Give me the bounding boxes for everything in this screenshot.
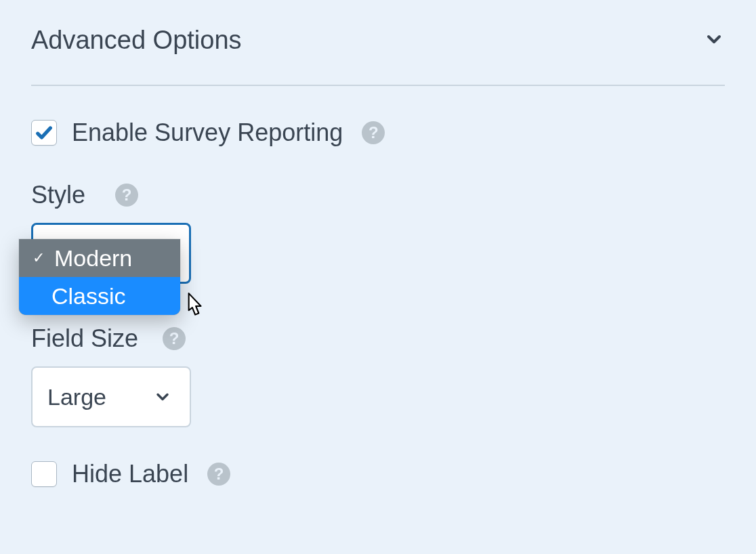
style-option-modern[interactable]: ✓ Modern bbox=[19, 239, 180, 277]
style-option-label: Classic bbox=[51, 283, 126, 310]
help-icon[interactable]: ? bbox=[207, 463, 230, 486]
enable-survey-reporting-label: Enable Survey Reporting bbox=[72, 119, 343, 147]
field-size-label-row: Field Size ? bbox=[31, 324, 725, 353]
section-header[interactable]: Advanced Options bbox=[31, 11, 725, 86]
style-label: Style bbox=[31, 181, 85, 209]
chevron-down-icon[interactable] bbox=[703, 28, 725, 53]
help-icon[interactable]: ? bbox=[115, 184, 138, 207]
enable-survey-reporting-checkbox[interactable] bbox=[31, 120, 57, 146]
style-option-classic[interactable]: Classic bbox=[19, 277, 180, 315]
hide-label-text: Hide Label bbox=[72, 460, 188, 488]
style-select-container: ✓ Modern Classic bbox=[31, 223, 725, 284]
checkmark-icon: ✓ bbox=[33, 251, 45, 265]
hide-label-checkbox[interactable] bbox=[31, 461, 57, 487]
field-size-value: Large bbox=[47, 384, 106, 410]
style-option-label: Modern bbox=[54, 245, 132, 272]
field-size-section: Field Size ? Large bbox=[31, 324, 725, 427]
style-dropdown: ✓ Modern Classic bbox=[19, 239, 180, 315]
hide-label-row: Hide Label ? bbox=[31, 460, 725, 488]
help-icon[interactable]: ? bbox=[163, 327, 186, 350]
style-label-row: Style ? bbox=[31, 181, 725, 209]
section-title: Advanced Options bbox=[31, 26, 242, 55]
cursor-icon bbox=[182, 292, 206, 323]
field-size-label: Field Size bbox=[31, 324, 138, 353]
help-icon[interactable]: ? bbox=[362, 121, 385, 144]
enable-survey-reporting-row: Enable Survey Reporting ? bbox=[31, 119, 725, 147]
field-size-select[interactable]: Large bbox=[31, 366, 191, 427]
chevron-down-icon bbox=[153, 387, 172, 406]
